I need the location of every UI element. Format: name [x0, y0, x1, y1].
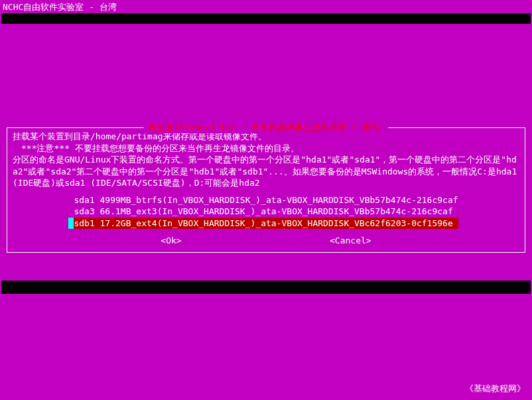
window-title-text: NCHC自由软件实验室 - 台湾: [3, 2, 117, 12]
partition-item-selected[interactable]: sdb1 17.2GB_ext4(In_VBOX_HARDDISK_)_ata-…: [74, 218, 458, 230]
lower-black-band: [1, 281, 531, 294]
ok-button[interactable]: <Ok>: [161, 235, 181, 245]
content-area: 再生龙(Clonezilla) - 开放原始码再生还原系统 | 模式: 挂载某个…: [0, 12, 532, 400]
dialog-title: 再生龙(Clonezilla) - 开放原始码再生还原系统 | 模式:: [144, 121, 389, 133]
dialog-body-text: 挂载某个装置到目录/home/partimag来储存或是读取镜像文件。 ***注…: [13, 131, 519, 189]
footer-credit: 《基础教程网》: [465, 383, 525, 395]
dialog-border: 再生龙(Clonezilla) - 开放原始码再生还原系统 | 模式: 挂载某个…: [7, 127, 525, 253]
partition-list[interactable]: sda1 4999MB_btrfs(In_VBOX_HARDDISK_)_ata…: [13, 194, 519, 230]
partition-item[interactable]: sda3 66.1MB_ext3(In_VBOX_HARDDISK_)_ata-…: [74, 206, 458, 218]
dialog-buttons-row: <Ok> <Cancel>: [13, 235, 519, 245]
top-black-band: [1, 13, 531, 24]
window-titlebar: NCHC自由软件实验室 - 台湾: [0, 0, 532, 12]
partition-item[interactable]: sda1 4999MB_btrfs(In_VBOX_HARDDISK_)_ata…: [74, 194, 458, 206]
cancel-button[interactable]: <Cancel>: [330, 235, 371, 245]
clonezilla-dialog: 再生龙(Clonezilla) - 开放原始码再生还原系统 | 模式: 挂载某个…: [7, 127, 525, 253]
